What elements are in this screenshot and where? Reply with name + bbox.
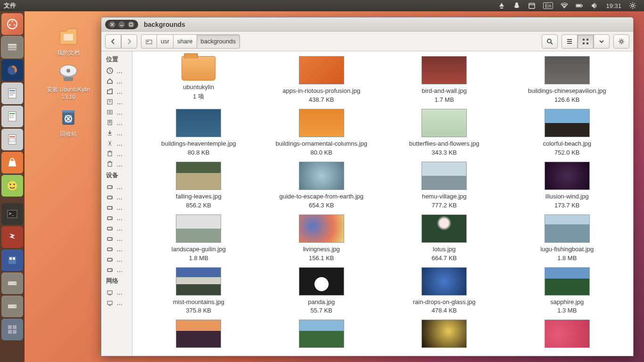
active-app-menu[interactable]: 文件 xyxy=(4,1,16,10)
file-item[interactable]: apps-in-riotous-profusion.jpg438.7 KB xyxy=(265,56,379,103)
calc-icon[interactable] xyxy=(1,106,23,127)
sidebar-item[interactable]: … xyxy=(101,159,132,169)
sidebar-item[interactable]: … xyxy=(101,254,132,264)
impress-icon[interactable] xyxy=(1,129,23,150)
breadcrumb-root[interactable] xyxy=(141,34,157,49)
folder-icon xyxy=(182,56,215,81)
sidebar-item[interactable]: … xyxy=(101,107,132,117)
sidebar-item[interactable]: … xyxy=(101,138,132,148)
desktop-icon-trash[interactable]: 回收站 xyxy=(42,106,94,138)
file-item[interactable]: falling-leaves.jpg856.2 KB xyxy=(142,162,256,209)
folder-item[interactable]: ubuntukylin1 项 xyxy=(142,56,256,103)
file-name: illusion-wind.jpg xyxy=(545,193,589,201)
terminal-icon[interactable]: >_ xyxy=(1,203,23,225)
sidebar-item[interactable]: … xyxy=(101,97,132,107)
file-item[interactable]: panda.jpg55.7 KB xyxy=(265,267,379,314)
desktop-icon-install[interactable]: 安装 UbuntuKylin 13.10 xyxy=(42,61,94,100)
calendar-icon[interactable] xyxy=(528,2,536,9)
battery-icon[interactable] xyxy=(576,2,583,9)
writer-icon[interactable] xyxy=(1,82,23,104)
titlebar[interactable]: backgrounds xyxy=(101,17,633,32)
back-button[interactable] xyxy=(105,34,121,49)
language-indicator[interactable]: En xyxy=(543,2,553,9)
firefox-icon[interactable] xyxy=(1,59,23,81)
svg-rect-58 xyxy=(583,42,585,44)
sidebar-item[interactable]: … xyxy=(101,244,132,254)
sidebar-item[interactable]: … xyxy=(101,86,132,97)
settings-icon[interactable] xyxy=(1,226,23,248)
sidebar-item[interactable]: … xyxy=(101,223,132,233)
sidebar-item[interactable]: … xyxy=(101,213,132,223)
file-item[interactable]: lugu-fishingboat.jpg1.8 MB xyxy=(511,214,624,262)
svg-rect-87 xyxy=(107,291,112,294)
svg-rect-41 xyxy=(13,325,17,329)
image-thumbnail xyxy=(176,267,221,296)
sidebar-item[interactable]: … xyxy=(101,76,132,86)
sidebar-item[interactable]: … xyxy=(101,117,132,128)
file-size: 478.4 KB xyxy=(432,307,457,314)
file-item[interactable]: butterflies-and-flowers.jpg343.3 KB xyxy=(388,109,501,156)
file-item[interactable]: illusion-wind.jpg173.7 KB xyxy=(511,162,624,209)
file-item[interactable]: mist-mountains.jpg375.8 KB xyxy=(142,267,256,314)
file-item[interactable] xyxy=(142,320,256,352)
file-item[interactable]: guide-to-escape-from-earth.jpg654.3 KB xyxy=(265,162,379,209)
dash-icon[interactable] xyxy=(1,13,23,35)
breadcrumb-segment[interactable]: usr xyxy=(157,34,173,49)
gear-button[interactable] xyxy=(613,34,629,49)
image-thumbnail xyxy=(421,267,467,296)
smiley-icon[interactable] xyxy=(1,175,23,197)
software-center-icon[interactable] xyxy=(1,152,23,173)
workspace-icon[interactable] xyxy=(1,319,23,340)
file-item[interactable]: rain-drops-on-glass.jpg478.4 KB xyxy=(388,267,501,314)
sidebar-item[interactable]: … xyxy=(101,287,132,297)
desktop-icon-documents[interactable]: 我的文档 xyxy=(42,25,94,57)
image-thumbnail xyxy=(299,214,344,243)
sidebar-item[interactable]: … xyxy=(101,297,132,308)
forward-button[interactable] xyxy=(121,34,137,49)
sidebar-item[interactable]: … xyxy=(101,264,132,275)
sidebar-item[interactable]: … xyxy=(101,233,132,244)
breadcrumb-segment-current[interactable]: backgrounds xyxy=(197,34,240,49)
drive-icon[interactable] xyxy=(1,296,23,317)
file-item[interactable]: hemu-village.jpg777.2 KB xyxy=(388,162,501,209)
minimize-button[interactable] xyxy=(118,21,125,28)
file-item[interactable]: landscape-guilin.jpg1.8 MB xyxy=(142,214,256,262)
app-icon[interactable] xyxy=(1,249,23,271)
close-button[interactable] xyxy=(109,21,116,28)
file-item[interactable]: buildings-chinesepavilion.jpg126.6 KB xyxy=(511,56,624,103)
file-item[interactable]: colorful-beach.jpg752.0 KB xyxy=(511,109,624,156)
sidebar-item[interactable]: … xyxy=(101,66,132,76)
sidebar-item[interactable]: … xyxy=(101,202,132,213)
file-item[interactable] xyxy=(388,320,501,352)
icon-view-button[interactable] xyxy=(578,34,594,49)
view-dropdown-button[interactable] xyxy=(594,34,610,49)
svg-point-8 xyxy=(9,25,11,26)
file-item[interactable]: lotus.jpg664.7 KB xyxy=(388,214,501,262)
sidebar-item[interactable]: … xyxy=(101,128,132,138)
indicator-icon[interactable] xyxy=(498,2,505,9)
breadcrumb-segment[interactable]: share xyxy=(173,34,197,49)
sidebar-item[interactable]: … xyxy=(101,181,132,192)
clock[interactable]: 19:31 xyxy=(606,2,621,9)
network-icon[interactable] xyxy=(561,2,568,9)
penguin-icon[interactable] xyxy=(513,2,520,9)
file-item[interactable]: sapphire.jpg1.3 MB xyxy=(511,267,624,314)
sidebar-item[interactable]: … xyxy=(101,192,132,202)
svg-point-39 xyxy=(15,306,16,307)
sidebar-item[interactable]: … xyxy=(101,148,132,159)
files-icon[interactable] xyxy=(1,36,23,58)
file-item[interactable]: buildings-heaventemple.jpg80.8 KB xyxy=(142,109,256,156)
list-view-button[interactable] xyxy=(561,34,578,49)
drive-icon[interactable] xyxy=(1,272,23,294)
file-item[interactable] xyxy=(265,320,379,352)
svg-rect-68 xyxy=(108,162,112,166)
search-button[interactable] xyxy=(542,34,558,49)
file-item[interactable]: buildings-ornamental-columns.jpg80.0 KB xyxy=(265,109,379,156)
icon-view: ubuntukylin1 项apps-in-riotous-profusion.… xyxy=(132,51,633,356)
gear-icon[interactable] xyxy=(629,2,636,9)
maximize-button[interactable] xyxy=(128,21,134,28)
file-item[interactable]: bird-and-wall.jpg1.7 MB xyxy=(388,56,501,103)
file-item[interactable] xyxy=(511,320,624,352)
file-item[interactable]: livingness.jpg156.1 KB xyxy=(265,214,379,262)
volume-icon[interactable] xyxy=(591,2,598,9)
